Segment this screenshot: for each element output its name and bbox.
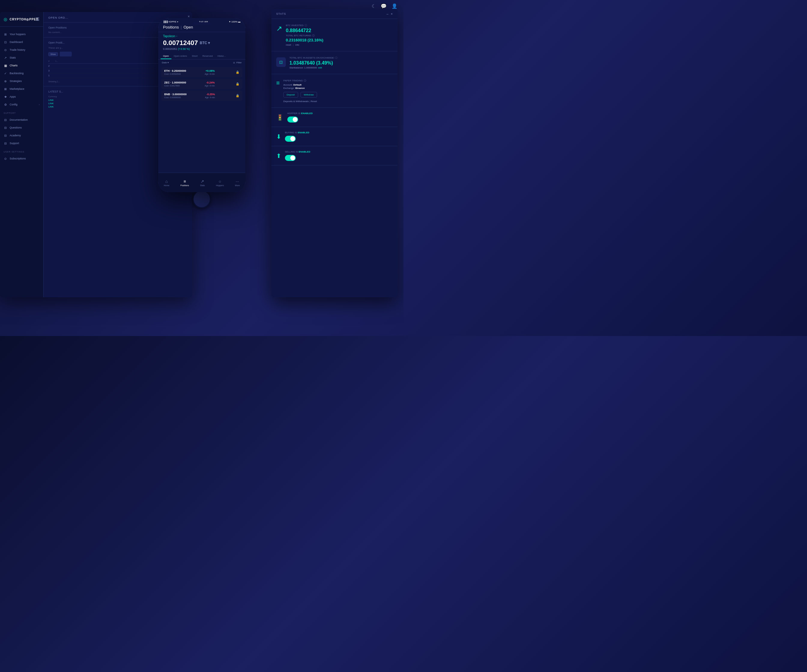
sidebar-item-label: Questions <box>10 126 22 129</box>
nav-stats[interactable]: ↗ Stats <box>200 179 205 186</box>
row-col3 <box>89 70 121 72</box>
position-zec[interactable]: ZEC · 1.00000000 Cost: 0.0417800 -0.24% … <box>161 79 242 89</box>
col-i: I... <box>56 60 88 62</box>
paper-links: Deposits & Withdrawals | Reset <box>284 100 393 103</box>
deposits-withdrawals-link[interactable]: Deposits & Withdrawals <box>284 100 309 103</box>
positions-title: Positions <box>163 25 179 30</box>
nav-section-main: ⊞ Your hoppers ⊡ Dashboard ⊙ Trade histo… <box>0 29 43 110</box>
nav-section-support: ⊟ Documentation ⊟ Questions ⊟ Academy ⊟ … <box>0 115 43 148</box>
sidebar-item-label: Backtesting <box>10 72 24 75</box>
nav-hoppers[interactable]: ○ Hoppers <box>216 179 224 186</box>
sidebar-item-label: Trade history <box>10 48 25 52</box>
chevron-icon: › <box>176 35 178 38</box>
tab-reserved[interactable]: Reserved <box>200 53 215 59</box>
paper-trading-section: ≡ PAPER TRADING ⓘ Account: Default Excha… <box>271 74 397 108</box>
row-col2 <box>56 70 88 72</box>
row-col3 <box>89 65 121 67</box>
hopper-enabled-section: 🚦 HOPPER IS ENABLED <box>271 108 397 127</box>
wifi-icon: ▾ <box>177 21 178 23</box>
position-bnb[interactable]: BNB · 3.00000000 Cost: 0.00696000 -0.25%… <box>161 90 242 101</box>
btc-invested-label: BTC INVESTED: ⓘ <box>286 24 393 27</box>
hamburger-icon[interactable]: ☰ <box>36 17 40 22</box>
stats-icon: ↗ <box>3 56 7 60</box>
hopper-toggle-switch[interactable] <box>287 116 298 123</box>
battery-icon: ▬ <box>238 20 241 23</box>
row-col2 <box>56 65 88 67</box>
nav-home[interactable]: ⌂ Home <box>164 179 169 186</box>
sidebar-item-config[interactable]: ⚙ Config › <box>0 101 43 108</box>
phone-header: Positions | Open <box>158 24 245 32</box>
sidebar-item-backtesting[interactable]: ✓ Backtesting <box>0 69 43 77</box>
btc-currency-selector[interactable]: BTC ▾ <box>200 41 210 45</box>
date-filter-button[interactable]: Date ▾ <box>162 61 169 64</box>
sidebar-item-support[interactable]: ⊟ Support <box>0 139 43 147</box>
buying-toggle-switch[interactable] <box>285 136 296 142</box>
nav-more[interactable]: ··· More <box>235 179 240 186</box>
btc-amount-display: 0.00712407 BTC ▾ <box>158 39 245 47</box>
edit-link[interactable]: edit <box>318 67 322 69</box>
sidebar-item-strategies[interactable]: ⊛ Strategies <box>0 77 43 85</box>
paper-account-info: Account: Default <box>284 83 393 86</box>
stats-panel: STATS – × ↗ BTC INVESTED: ⓘ 0.88644722 T… <box>271 9 397 297</box>
minimize-button[interactable]: – <box>386 12 388 16</box>
sidebar-item-academy[interactable]: ⊟ Academy <box>0 131 43 139</box>
tab-history[interactable]: Histor... <box>215 53 228 59</box>
selling-toggle-switch[interactable] <box>285 155 296 161</box>
withdraw-button[interactable]: Withdraw <box>301 92 317 98</box>
deposit-button[interactable]: Deposit <box>284 92 298 98</box>
row-num: 3 <box>48 70 54 72</box>
nav-positions[interactable]: ≡ Positions <box>181 179 189 186</box>
dashboard-icon: ⊡ <box>3 40 7 44</box>
charts-icon: ▦ <box>3 64 7 67</box>
sidebar-item-your-hoppers[interactable]: ⊞ Your hoppers <box>0 30 43 38</box>
sidebar-item-dashboard[interactable]: ⊡ Dashboard <box>0 38 43 46</box>
eth-cost: Cost: 0.00530500 <box>164 73 186 75</box>
total-btc-content: TOTAL BTC IN ASSETS ON EXCHANGE: ⓘ 1.034… <box>289 56 393 69</box>
reset-link[interactable]: reset <box>286 43 291 46</box>
sidebar-item-charts[interactable]: ▦ Charts <box>0 62 43 69</box>
tab-short[interactable]: Short <box>189 53 200 59</box>
sidebar-item-trade-history[interactable]: ⊙ Trade history <box>0 46 43 54</box>
phone-home-button[interactable] <box>193 190 211 208</box>
home-nav-icon: ⌂ <box>165 179 168 184</box>
positions-nav-icon: ≡ <box>183 179 186 184</box>
row-col4 <box>122 70 154 72</box>
sidebar-item-label: Charts <box>10 64 18 67</box>
chat-icon[interactable]: 💬 <box>381 3 387 9</box>
user-icon[interactable]: 👤 <box>392 3 397 9</box>
paper-trading-icon: ≡ <box>276 80 280 86</box>
sidebar-item-documentation[interactable]: ⊟ Documentation <box>0 116 43 124</box>
sidebar-item-questions[interactable]: ⊟ Questions <box>0 124 43 131</box>
support-icon: ⊟ <box>3 141 7 145</box>
moon-icon[interactable]: ☾ <box>372 3 376 9</box>
selling-toggle-content: SELLING IS ENABLED <box>285 150 393 161</box>
signal-icons: ▐▐▐ HOPPIE ▾ <box>163 21 178 23</box>
btc-returns-value: 0.23160018 (23.16%) <box>286 38 393 42</box>
trade-history-icon: ⊙ <box>3 48 7 52</box>
user-settings-section-label: USER SETTINGS <box>0 148 43 153</box>
total-btc-section: ⊡ TOTAL BTC IN ASSETS ON EXCHANGE: ⓘ 1.0… <box>271 52 397 74</box>
more-nav-icon: ··· <box>236 179 239 184</box>
tab-open[interactable]: Open <box>161 53 171 59</box>
filter-button[interactable]: ⚌ Filter <box>233 61 242 64</box>
hopper-name[interactable]: Tapoleon <box>163 35 175 38</box>
sidebar-item-label: Apps <box>10 95 16 98</box>
sell-icon: ⬆ <box>276 152 281 160</box>
phone-container: ▐▐▐ HOPPIE ▾ 9:41 AM ✦ 100% ▬ Positions … <box>158 18 245 204</box>
sidebar-item-label: Your hoppers <box>10 33 25 36</box>
window-controls: – × <box>386 12 393 16</box>
sidebar-item-subscriptions[interactable]: ⊙ Subscriptions <box>0 155 43 163</box>
sidebar-item-apps[interactable]: ❖ Apps <box>0 93 43 101</box>
reset-link2[interactable]: Reset <box>311 100 317 103</box>
paper-trading-label: PAPER TRADING ⓘ <box>284 79 393 82</box>
phone-notch <box>193 22 211 25</box>
show-button[interactable]: Show <box>48 52 58 56</box>
sidebar-item-label: Strategies <box>10 80 22 83</box>
sidebar-item-stats[interactable]: ↗ Stats <box>0 54 43 62</box>
info-link[interactable]: info <box>296 43 299 46</box>
tab-open-orders[interactable]: Open orders <box>171 53 189 59</box>
position-eth[interactable]: ETH · 0.25000000 Cost: 0.00530500 +0.08%… <box>161 67 242 78</box>
battery-area: ✦ 100% ▬ <box>229 20 241 23</box>
sidebar-item-marketplace[interactable]: ⊠ Marketplace <box>0 85 43 93</box>
close-button[interactable]: × <box>391 12 393 16</box>
